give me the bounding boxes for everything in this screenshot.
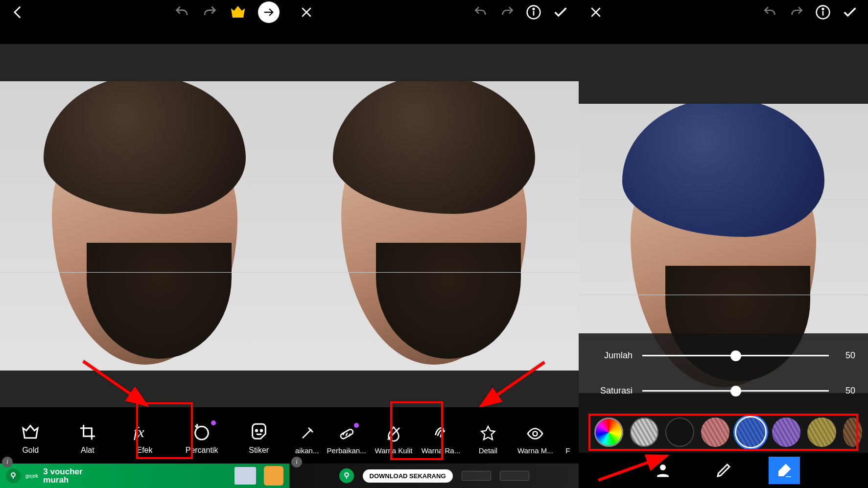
tool-label: Warna Ra...: [422, 446, 460, 455]
svg-text:fx: fx: [134, 424, 144, 440]
svg-point-5: [11, 473, 15, 477]
ad-brand-label: gojek: [25, 473, 38, 479]
ad-illustration-icon: [235, 467, 256, 485]
appstore-badge-icon[interactable]: [462, 471, 491, 481]
apply-icon[interactable]: [552, 4, 569, 21]
slider-row-saturation: Saturasi 50: [591, 378, 855, 403]
banner-ad[interactable]: DOWNLOAD SEKARANG: [289, 464, 579, 488]
beautify-toolbar: aikan... Perbaikan... Warna Kulit Warna …: [289, 407, 579, 464]
tool-label: F: [565, 446, 570, 455]
color-swatch-olive[interactable]: [807, 418, 836, 447]
photo: [289, 81, 579, 371]
svg-line-13: [349, 434, 350, 437]
slider-label: Saturasi: [591, 386, 633, 396]
tool-label: Warna M...: [517, 446, 553, 455]
back-icon[interactable]: [10, 4, 26, 21]
tool-crop[interactable]: Alat: [65, 419, 111, 458]
ad-info-icon[interactable]: i: [2, 457, 13, 467]
slider-row-amount: Jumlah 50: [591, 343, 855, 368]
tool-label: Gold: [22, 446, 39, 455]
undo-icon[interactable]: [174, 4, 190, 21]
undo-icon[interactable]: [762, 4, 778, 20]
apply-icon[interactable]: [842, 4, 858, 21]
tool-fix-auto[interactable]: aikan...: [294, 422, 320, 458]
color-swatch-black[interactable]: [665, 418, 694, 447]
tool-label: Percantik: [186, 446, 218, 455]
new-badge-icon: [211, 420, 216, 425]
tool-sticker[interactable]: Stiker: [236, 419, 282, 458]
redo-icon[interactable]: [201, 4, 218, 21]
tool-label: aikan...: [295, 446, 319, 455]
undo-icon[interactable]: [473, 4, 489, 20]
slider-value: 50: [839, 386, 855, 396]
new-badge-icon: [354, 423, 359, 428]
color-swatch-silver[interactable]: [630, 418, 659, 447]
topbar: [289, 0, 579, 24]
gojek-logo-icon: [6, 468, 21, 483]
mode-brush[interactable]: [708, 457, 739, 484]
next-button[interactable]: [258, 1, 280, 23]
amount-slider[interactable]: [642, 355, 829, 356]
tool-more[interactable]: F: [562, 443, 574, 458]
mode-eraser[interactable]: [769, 457, 800, 484]
color-swatch-pink[interactable]: [701, 418, 730, 447]
close-icon[interactable]: [588, 5, 603, 20]
topbar: [579, 0, 868, 24]
tool-label: Efek: [137, 446, 152, 455]
banner-ad[interactable]: gojek 3 voucher murah: [0, 464, 289, 488]
info-icon[interactable]: [526, 4, 541, 20]
tool-gold[interactable]: Gold: [7, 419, 53, 458]
svg-point-4: [260, 430, 262, 431]
ad-text-line1: 3 voucher: [43, 467, 82, 476]
tool-label: Warna Kulit: [375, 446, 413, 455]
tool-label: Alat: [81, 446, 94, 455]
close-icon[interactable]: [299, 5, 314, 20]
image-canvas[interactable]: Jumlah 50 Saturasi 50: [579, 44, 868, 453]
redo-icon[interactable]: [499, 4, 515, 20]
tool-label: Stiker: [249, 446, 269, 455]
info-icon[interactable]: [815, 4, 831, 20]
color-picker-button[interactable]: [594, 418, 623, 447]
ad-phone-icon: [264, 466, 283, 486]
color-swatches: [591, 414, 855, 453]
screen-main-editor: Gold Alat fx Efek Percantik Stiker i goj…: [0, 0, 289, 488]
redo-icon[interactable]: [789, 4, 804, 20]
topbar: [0, 0, 289, 24]
saturation-slider[interactable]: [642, 390, 829, 392]
tool-eye-color[interactable]: Warna M...: [514, 422, 556, 458]
tool-label: Detail: [479, 446, 497, 455]
playstore-badge-icon[interactable]: [500, 471, 529, 481]
ad-info-icon[interactable]: i: [291, 457, 302, 467]
svg-line-12: [346, 433, 347, 436]
tool-fx[interactable]: fx Efek: [121, 419, 167, 458]
color-swatch-purple[interactable]: [772, 418, 801, 447]
svg-point-14: [533, 432, 538, 436]
slider-value: 50: [839, 350, 855, 361]
slider-label: Jumlah: [591, 350, 633, 361]
tool-detail[interactable]: Detail: [467, 422, 509, 458]
svg-point-15: [345, 473, 349, 477]
svg-point-18: [822, 8, 824, 10]
svg-point-8: [533, 8, 535, 10]
gojek-logo-icon: [339, 468, 354, 483]
main-toolbar: Gold Alat fx Efek Percantik Stiker: [0, 407, 289, 464]
download-button[interactable]: DOWNLOAD SEKARANG: [363, 469, 453, 483]
screen-hair-color: Jumlah 50 Saturasi 50: [579, 0, 868, 488]
image-canvas[interactable]: [0, 44, 289, 407]
tool-skin-color[interactable]: Warna Kulit: [373, 422, 415, 458]
tool-hair-color[interactable]: Warna Ra...: [420, 422, 462, 458]
svg-point-3: [256, 430, 257, 431]
svg-point-20: [660, 465, 666, 470]
tool-label: Perbaikan...: [327, 446, 366, 455]
tool-beautify[interactable]: Percantik: [179, 419, 225, 458]
color-swatch-brown[interactable]: [843, 418, 862, 447]
image-canvas[interactable]: [289, 44, 579, 407]
gold-crown-icon[interactable]: [229, 3, 247, 22]
screen-beautify-tools: aikan... Perbaikan... Warna Kulit Warna …: [289, 0, 579, 488]
ad-text-line2: murah: [43, 476, 82, 484]
color-swatch-blue[interactable]: [736, 418, 765, 447]
mode-auto[interactable]: [647, 457, 679, 484]
tool-fix[interactable]: Perbaikan...: [326, 422, 368, 458]
photo: [0, 81, 289, 371]
adjustment-panel: Jumlah 50 Saturasi 50: [579, 333, 868, 453]
